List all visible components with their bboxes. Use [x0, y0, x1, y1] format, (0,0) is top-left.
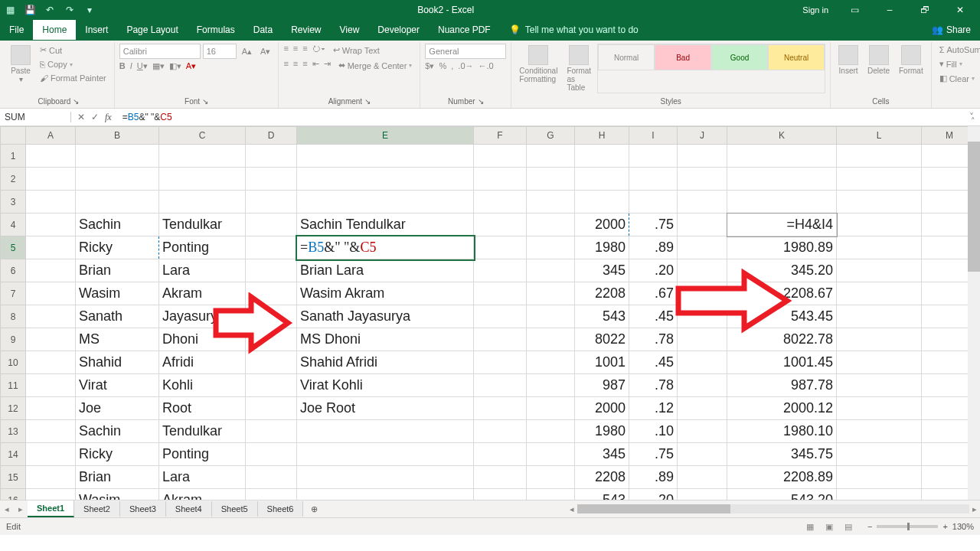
cell-K16[interactable]: 543.20 — [727, 489, 837, 500]
cell-B12[interactable]: Joe — [76, 397, 159, 420]
select-all-corner[interactable] — [1, 127, 26, 145]
delete-cells-button[interactable]: Delete — [864, 44, 893, 77]
cell-F16[interactable] — [474, 489, 527, 500]
cell-J8[interactable] — [678, 305, 727, 328]
cell-C8[interactable]: Jayasurya — [159, 305, 246, 328]
row-header-5[interactable]: 5 — [1, 236, 26, 259]
cell-I11[interactable]: .78 — [629, 374, 678, 397]
accept-formula-icon[interactable]: ✓ — [91, 112, 99, 123]
increase-font-icon[interactable]: A▴ — [239, 44, 255, 59]
customize-qat-icon[interactable]: ▾ — [83, 3, 96, 17]
cell-C10[interactable]: Afridi — [159, 351, 246, 374]
cell-C15[interactable]: Lara — [159, 466, 246, 489]
align-right-icon[interactable]: ≡ — [302, 59, 307, 72]
align-bottom-icon[interactable]: ≡ — [302, 44, 307, 57]
row-header-4[interactable]: 4 — [1, 214, 26, 236]
cell-K12[interactable]: 2000.12 — [727, 397, 837, 420]
cell-A3[interactable] — [26, 191, 76, 214]
cell-K7[interactable]: 2208.67 — [727, 282, 837, 305]
cell-C2[interactable] — [159, 168, 246, 191]
dialog-launcher-icon[interactable]: ↘ — [202, 97, 208, 106]
cell-J15[interactable] — [678, 466, 727, 489]
cell-J14[interactable] — [678, 443, 727, 466]
cell-H16[interactable]: 543 — [575, 489, 629, 500]
percent-icon[interactable]: % — [439, 61, 446, 71]
cell-G9[interactable] — [527, 328, 575, 351]
tab-insert[interactable]: Insert — [76, 20, 117, 40]
cell-J4[interactable] — [678, 214, 727, 236]
row-header-8[interactable]: 8 — [1, 305, 26, 328]
cell-G4[interactable] — [527, 214, 575, 236]
cell-A8[interactable] — [26, 305, 76, 328]
cell-D16[interactable] — [246, 489, 297, 500]
cell-D5[interactable] — [246, 236, 297, 259]
cell-I1[interactable] — [629, 145, 678, 168]
cancel-formula-icon[interactable]: ✕ — [77, 112, 85, 123]
row-header-3[interactable]: 3 — [1, 191, 26, 214]
cell-A6[interactable] — [26, 259, 76, 282]
cell-E15[interactable] — [297, 466, 474, 489]
new-sheet-button[interactable]: ⊕ — [303, 501, 325, 517]
row-header-10[interactable]: 10 — [1, 351, 26, 374]
row-header-12[interactable]: 12 — [1, 397, 26, 420]
cell-G16[interactable] — [527, 489, 575, 500]
cell-B13[interactable]: Sachin — [76, 420, 159, 443]
redo-icon[interactable]: ↷ — [63, 3, 77, 17]
cell-A5[interactable] — [26, 236, 76, 259]
cell-K3[interactable] — [727, 191, 837, 214]
restore-button[interactable]: 🗗 — [908, 0, 942, 20]
tab-formulas[interactable]: Formulas — [188, 20, 244, 40]
cell-A11[interactable] — [26, 374, 76, 397]
cell-D15[interactable] — [246, 466, 297, 489]
col-header-K[interactable]: K — [727, 127, 837, 145]
cell-J11[interactable] — [678, 374, 727, 397]
cell-H4[interactable]: 2000 — [575, 214, 629, 236]
row-header-11[interactable]: 11 — [1, 374, 26, 397]
cell-B5[interactable]: Ricky — [76, 236, 159, 259]
style-bad[interactable]: Bad — [655, 44, 711, 70]
decrease-font-icon[interactable]: A▾ — [257, 44, 273, 59]
cell-D11[interactable] — [246, 374, 297, 397]
cell-D6[interactable] — [246, 259, 297, 282]
cell-H14[interactable]: 345 — [575, 443, 629, 466]
cell-H15[interactable]: 2208 — [575, 466, 629, 489]
underline-button[interactable]: U▾ — [137, 61, 148, 71]
cell-C6[interactable]: Lara — [159, 259, 246, 282]
cell-B2[interactable] — [76, 168, 159, 191]
cell-K5[interactable]: 1980.89 — [727, 236, 837, 259]
name-box[interactable]: SUM — [0, 112, 71, 122]
cell-F14[interactable] — [474, 443, 527, 466]
zoom-in-icon[interactable]: + — [942, 522, 947, 531]
cell-C5[interactable]: Ponting — [159, 236, 246, 259]
cell-G5[interactable] — [527, 236, 575, 259]
cell-L8[interactable] — [837, 305, 922, 328]
cell-B9[interactable]: MS — [76, 328, 159, 351]
cell-D13[interactable] — [246, 420, 297, 443]
col-header-H[interactable]: H — [575, 127, 629, 145]
cell-D12[interactable] — [246, 397, 297, 420]
cell-G8[interactable] — [527, 305, 575, 328]
border-button[interactable]: ▦▾ — [152, 61, 165, 71]
merge-center-button[interactable]: ⬌Merge & Center▾ — [335, 59, 416, 72]
vertical-scrollbar[interactable] — [968, 126, 980, 500]
cell-L15[interactable] — [837, 466, 922, 489]
dialog-launcher-icon[interactable]: ↘ — [73, 97, 79, 106]
row-header-2[interactable]: 2 — [1, 168, 26, 191]
cell-H13[interactable]: 1980 — [575, 420, 629, 443]
cell-B8[interactable]: Sanath — [76, 305, 159, 328]
cell-F2[interactable] — [474, 168, 527, 191]
tab-file[interactable]: File — [0, 20, 33, 40]
cell-D10[interactable] — [246, 351, 297, 374]
copy-button[interactable]: ⎘Copy▾ — [37, 58, 109, 70]
cell-A16[interactable] — [26, 489, 76, 500]
decrease-decimal-icon[interactable]: ←.0 — [479, 61, 494, 71]
row-header-16[interactable]: 16 — [1, 489, 26, 500]
cell-I3[interactable] — [629, 191, 678, 214]
cell-D14[interactable] — [246, 443, 297, 466]
cell-I4[interactable]: .75 — [629, 214, 678, 236]
row-header-1[interactable]: 1 — [1, 145, 26, 168]
tell-me-search[interactable]: 💡Tell me what you want to do — [500, 20, 648, 40]
cell-J3[interactable] — [678, 191, 727, 214]
cell-G1[interactable] — [527, 145, 575, 168]
decrease-indent-icon[interactable]: ⇤ — [312, 59, 319, 72]
